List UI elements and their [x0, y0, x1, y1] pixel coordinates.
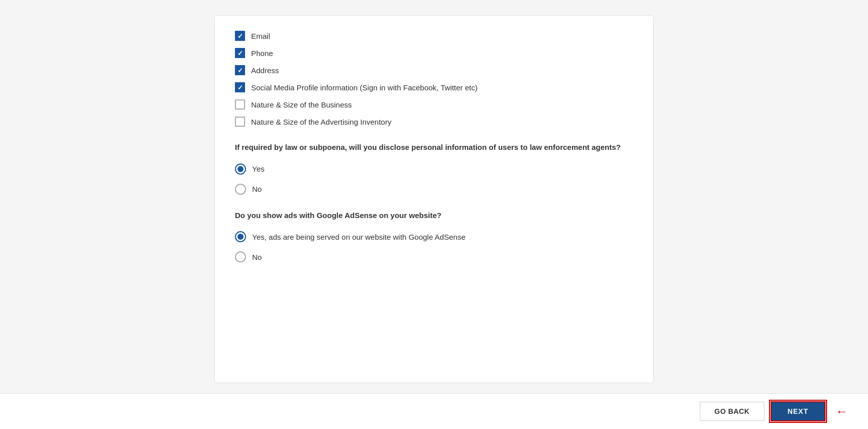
radio-label-ads-yes: Yes, ads are being served on our website…: [252, 233, 465, 241]
checkbox-label-social-media: Social Media Profile information (Sign i…: [251, 83, 477, 92]
checkbox-phone[interactable]: ✓: [235, 48, 245, 58]
checkbox-item-nature-business[interactable]: Nature & Size of the Business: [235, 99, 633, 110]
radio-group-law: Yes No: [235, 164, 633, 195]
question-law-enforcement: If required by law or subpoena, will you…: [235, 142, 633, 195]
radio-law-no[interactable]: [235, 184, 246, 195]
radio-ads-yes[interactable]: [235, 231, 246, 242]
checkbox-label-nature-business: Nature & Size of the Business: [251, 100, 352, 109]
checkbox-social-media[interactable]: ✓: [235, 82, 245, 92]
question-adsense: Do you show ads with Google AdSense on y…: [235, 210, 633, 263]
checkbox-group: ✓ Email ✓ Phone ✓ Address: [235, 31, 633, 127]
checkbox-nature-business[interactable]: [235, 99, 245, 110]
checkbox-nature-advertising[interactable]: [235, 117, 245, 127]
radio-inner-law-yes: [237, 166, 244, 172]
main-content: ✓ Email ✓ Phone ✓ Address: [0, 0, 868, 393]
radio-item-law-no[interactable]: No: [235, 184, 633, 195]
radio-item-ads-yes[interactable]: Yes, ads are being served on our website…: [235, 231, 633, 242]
check-mark: ✓: [237, 67, 243, 74]
footer: GO BACK NEXT ←: [0, 393, 868, 429]
checkbox-label-address: Address: [251, 66, 279, 75]
go-back-button[interactable]: GO BACK: [700, 402, 764, 421]
question-law-enforcement-text: If required by law or subpoena, will you…: [235, 142, 633, 153]
form-card: ✓ Email ✓ Phone ✓ Address: [214, 15, 654, 383]
checkbox-item-email[interactable]: ✓ Email: [235, 31, 633, 41]
checkbox-item-nature-advertising[interactable]: Nature & Size of the Advertising Invento…: [235, 117, 633, 127]
radio-item-law-yes[interactable]: Yes: [235, 164, 633, 175]
radio-label-ads-no: No: [252, 253, 262, 261]
arrow-indicator: ←: [836, 404, 848, 418]
checkbox-email[interactable]: ✓: [235, 31, 245, 41]
checkbox-item-social-media[interactable]: ✓ Social Media Profile information (Sign…: [235, 82, 633, 92]
checkbox-item-phone[interactable]: ✓ Phone: [235, 48, 633, 58]
check-mark: ✓: [237, 84, 243, 91]
question-adsense-text: Do you show ads with Google AdSense on y…: [235, 210, 633, 222]
radio-law-yes[interactable]: [235, 164, 246, 175]
radio-item-ads-no[interactable]: No: [235, 251, 633, 262]
checkbox-label-email: Email: [251, 32, 270, 40]
radio-ads-no[interactable]: [235, 251, 246, 262]
next-button[interactable]: NEXT: [770, 401, 826, 421]
checkbox-label-phone: Phone: [251, 49, 273, 58]
radio-label-law-no: No: [252, 185, 262, 193]
checkbox-address[interactable]: ✓: [235, 65, 245, 75]
check-mark: ✓: [237, 50, 243, 57]
checkbox-item-address[interactable]: ✓ Address: [235, 65, 633, 75]
checkbox-label-nature-advertising: Nature & Size of the Advertising Invento…: [251, 118, 392, 126]
radio-inner-ads-yes: [237, 234, 244, 240]
radio-group-ads: Yes, ads are being served on our website…: [235, 231, 633, 262]
radio-label-law-yes: Yes: [252, 165, 264, 173]
check-mark: ✓: [237, 33, 243, 39]
